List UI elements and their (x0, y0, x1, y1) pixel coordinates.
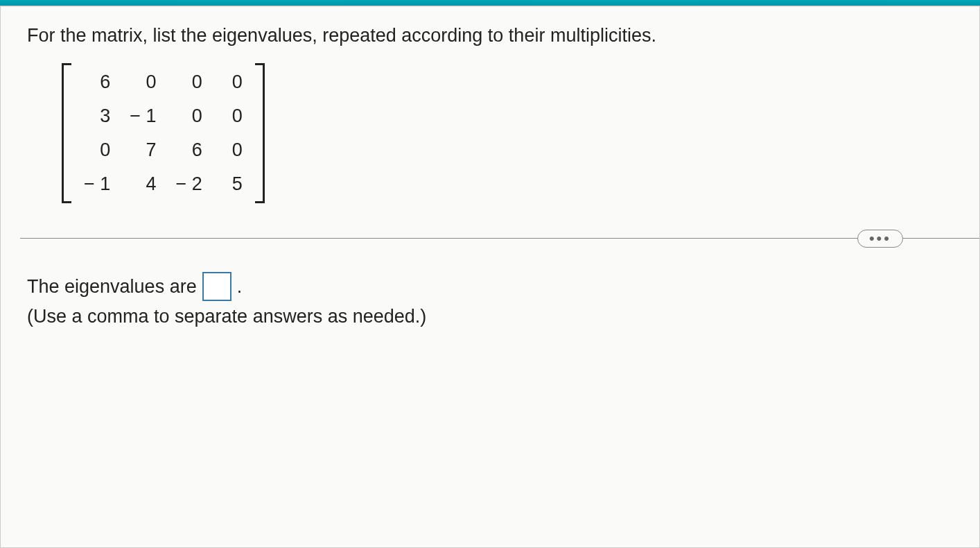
matrix-cell: 6 (176, 139, 202, 161)
matrix-cell: − 1 (84, 173, 110, 195)
matrix-cell: 0 (176, 71, 202, 93)
matrix-cell: 6 (84, 71, 110, 93)
matrix-cell: − 1 (130, 105, 156, 127)
top-accent-bar (0, 0, 980, 6)
matrix-cell: 0 (222, 105, 243, 127)
matrix-cell: 5 (222, 173, 243, 195)
more-options-button[interactable]: ••• (857, 230, 903, 248)
matrix-cell: 7 (130, 139, 156, 161)
answer-hint: (Use a comma to separate answers as need… (27, 306, 953, 327)
answer-sentence: The eigenvalues are . (27, 272, 953, 302)
eigenvalues-input[interactable] (202, 272, 231, 301)
matrix-grid: 6 0 0 0 3 − 1 0 0 0 7 6 0 − 1 4 − 2 5 (71, 63, 255, 203)
matrix-right-bracket (255, 63, 265, 203)
matrix-cell: 4 (130, 173, 156, 195)
answer-area: The eigenvalues are . (Use a comma to se… (1, 239, 979, 341)
matrix-cell: 3 (84, 105, 110, 127)
matrix-cell: 0 (222, 139, 243, 161)
matrix-cell: 0 (130, 71, 156, 93)
matrix-cell: 0 (84, 139, 110, 161)
answer-prefix: The eigenvalues are (27, 272, 197, 302)
section-divider: ••• (1, 238, 979, 239)
question-panel: For the matrix, list the eigenvalues, re… (0, 6, 980, 548)
divider-line (20, 238, 960, 239)
matrix-cell: 0 (222, 71, 243, 93)
matrix-left-bracket (62, 63, 71, 203)
matrix-cell: − 2 (176, 173, 202, 195)
answer-suffix: . (237, 272, 243, 302)
question-prompt: For the matrix, list the eigenvalues, re… (27, 23, 953, 49)
divider-line-right (910, 238, 979, 239)
question-area: For the matrix, list the eigenvalues, re… (1, 6, 979, 238)
matrix-display: 6 0 0 0 3 − 1 0 0 0 7 6 0 − 1 4 − 2 5 (62, 63, 953, 203)
matrix-cell: 0 (176, 105, 202, 127)
